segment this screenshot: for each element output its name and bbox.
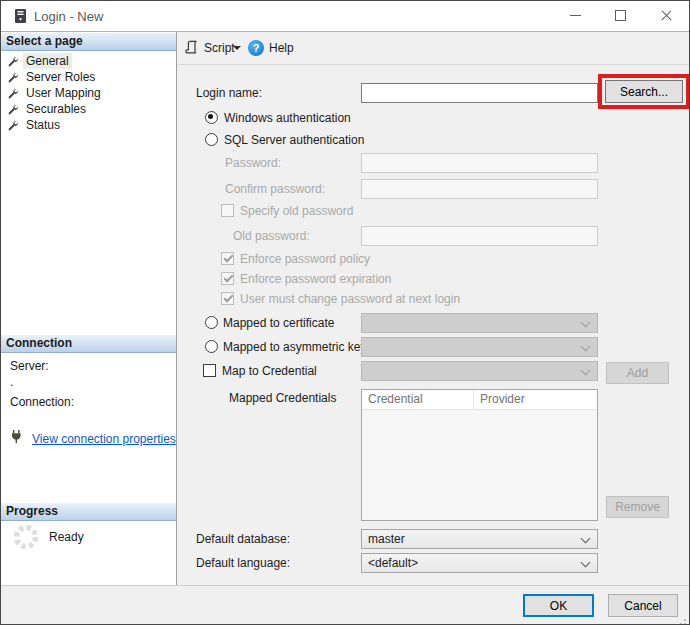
confirm-password-input: [361, 179, 598, 199]
confirm-password-label: Confirm password:: [225, 182, 325, 196]
default-database-label: Default database:: [196, 532, 290, 546]
wrench-icon: [7, 88, 18, 99]
wrench-icon: [7, 104, 18, 115]
sidebar-item-server-roles[interactable]: Server Roles: [7, 69, 98, 85]
windows-auth-label: Windows authentication: [224, 111, 351, 125]
default-database-dropdown[interactable]: master: [361, 529, 598, 549]
chevron-down-icon: [581, 534, 591, 544]
script-label: Script: [204, 41, 235, 55]
ok-button[interactable]: OK: [523, 594, 594, 617]
credential-column-header[interactable]: Credential: [362, 390, 474, 409]
enforce-policy-label: Enforce password policy: [240, 252, 370, 266]
specify-old-password-checkbox: [221, 204, 234, 217]
select-a-page-header: Select a page: [1, 33, 176, 51]
default-language-label: Default language:: [196, 556, 290, 570]
sidebar-item-label: General: [23, 53, 72, 69]
toolbar: Script ? Help: [178, 32, 689, 65]
password-input: [361, 153, 598, 173]
sidebar-item-label: Server Roles: [23, 69, 98, 85]
resize-grip[interactable]: [684, 619, 686, 621]
enforce-expiration-label: Enforce password expiration: [240, 272, 391, 286]
map-credential-checkbox[interactable]: [203, 364, 216, 377]
chevron-down-icon: [581, 558, 591, 568]
footer-divider: [1, 585, 689, 586]
wrench-icon: [7, 72, 18, 83]
chevron-down-icon: [581, 318, 591, 328]
must-change-password-label: User must change password at next login: [240, 292, 460, 306]
credential-dropdown: [361, 361, 598, 381]
sidebar-item-label: Status: [23, 117, 63, 133]
certificate-dropdown: [361, 313, 598, 333]
mapped-certificate-label: Mapped to certificate: [223, 316, 334, 330]
provider-column-header[interactable]: Provider: [474, 390, 525, 409]
connection-plug-icon: [9, 429, 24, 447]
script-button[interactable]: Script: [184, 32, 235, 63]
sql-auth-radio[interactable]: [205, 133, 218, 146]
chevron-down-icon: [581, 366, 591, 376]
mapped-asymmetric-radio[interactable]: [205, 340, 218, 353]
sidebar: Select a page General Server Roles User …: [1, 32, 177, 585]
maximize-button[interactable]: [603, 1, 637, 30]
old-password-label: Old password:: [233, 229, 310, 243]
search-button[interactable]: Search...: [605, 80, 683, 103]
mapped-credentials-label: Mapped Credentials: [229, 391, 336, 405]
password-label: Password:: [225, 156, 281, 170]
chevron-down-icon: [581, 342, 591, 352]
script-dropdown-button[interactable]: [233, 32, 241, 63]
server-app-icon: [14, 8, 27, 27]
sql-auth-label: SQL Server authentication: [224, 133, 364, 147]
server-value: .: [10, 375, 13, 389]
sidebar-item-label: Securables: [23, 101, 89, 117]
enforce-expiration-checkbox: [221, 272, 234, 285]
sidebar-item-user-mapping[interactable]: User Mapping: [7, 85, 104, 101]
mapped-certificate-radio[interactable]: [205, 316, 218, 329]
wrench-icon: [7, 120, 18, 131]
connection-label: Connection:: [10, 395, 74, 409]
server-label: Server:: [10, 359, 49, 373]
connection-header: Connection: [1, 335, 176, 353]
specify-old-password-label: Specify old password: [240, 204, 353, 218]
sidebar-item-general[interactable]: General: [7, 53, 72, 69]
default-database-value: master: [368, 532, 405, 546]
login-name-input[interactable]: [361, 83, 598, 103]
login-name-label: Login name:: [196, 86, 262, 100]
wrench-icon: [7, 56, 18, 67]
mapped-credentials-table: Credential Provider: [361, 389, 598, 521]
mapped-asymmetric-label: Mapped to asymmetric key: [223, 340, 366, 354]
help-button[interactable]: ? Help: [248, 32, 294, 63]
close-button[interactable]: [649, 1, 683, 30]
enforce-policy-checkbox: [221, 252, 234, 265]
default-language-value: <default>: [368, 556, 418, 570]
windows-auth-radio[interactable]: [205, 111, 218, 124]
default-language-dropdown[interactable]: <default>: [361, 553, 598, 573]
must-change-password-checkbox: [221, 292, 234, 305]
window-title: Login - New: [34, 9, 103, 24]
map-credential-label: Map to Credential: [222, 364, 317, 378]
chevron-down-icon: [233, 46, 241, 50]
cancel-button[interactable]: Cancel: [608, 594, 678, 617]
add-button: Add: [606, 362, 669, 384]
sidebar-item-label: User Mapping: [23, 85, 104, 101]
minimize-icon: [570, 15, 581, 16]
asymmetric-key-dropdown: [361, 337, 598, 357]
help-icon: ?: [248, 40, 264, 56]
minimize-button[interactable]: [558, 1, 592, 30]
title-bar: Login - New: [1, 1, 689, 32]
progress-spinner-icon: [12, 523, 40, 554]
script-icon: [184, 40, 199, 55]
table-header-row: Credential Provider: [362, 390, 597, 410]
progress-status: Ready: [49, 530, 84, 544]
maximize-icon: [615, 10, 626, 21]
sidebar-item-securables[interactable]: Securables: [7, 101, 89, 117]
view-connection-properties-link[interactable]: View connection properties: [32, 432, 176, 446]
old-password-input: [361, 226, 598, 246]
remove-button: Remove: [606, 496, 669, 518]
sidebar-item-status[interactable]: Status: [7, 117, 63, 133]
progress-header: Progress: [1, 503, 176, 521]
login-new-dialog: Login - New Select a page General Server…: [0, 0, 690, 625]
help-label: Help: [269, 41, 294, 55]
